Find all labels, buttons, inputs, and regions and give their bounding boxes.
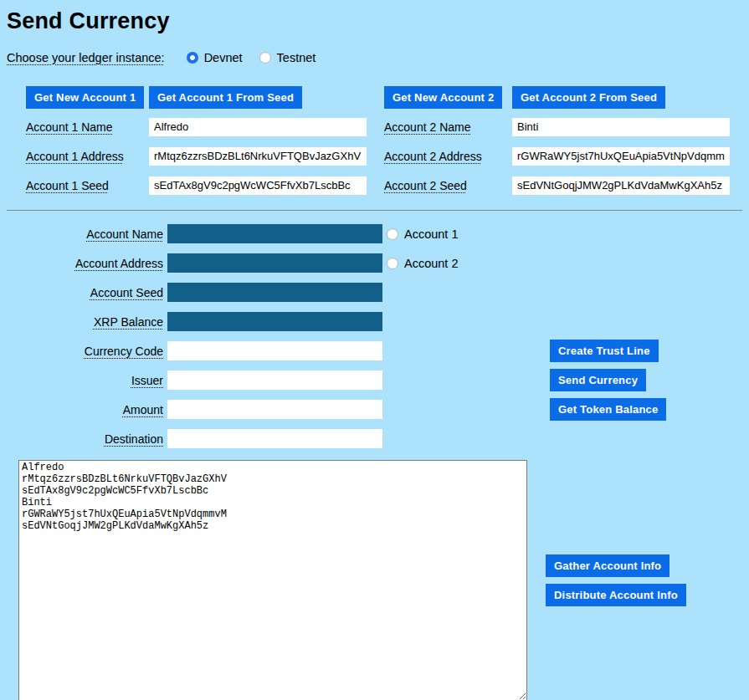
get-new-account1-button[interactable]: Get New Account 1 (26, 86, 144, 109)
get-account2-from-seed-button[interactable]: Get Account 2 From Seed (512, 86, 665, 109)
ledger-instance-label: Choose your ledger instance: (7, 51, 165, 64)
gather-account-info-button[interactable]: Gather Account Info (546, 554, 669, 577)
section-separator (7, 210, 742, 211)
account2-address-label: Account 2 Address (384, 150, 482, 163)
account-name-field[interactable] (167, 224, 382, 243)
account1-name-label: Account 1 Name (26, 120, 113, 134)
create-trust-line-button[interactable]: Create Trust Line (550, 340, 659, 362)
devnet-radio-label: Devnet (204, 51, 243, 64)
testnet-radio-label: Testnet (277, 51, 316, 64)
account1-seed-input[interactable] (149, 176, 367, 195)
page-title: Send Currency (7, 8, 742, 34)
account2-name-label: Account 2 Name (384, 120, 471, 134)
distribute-account-info-button[interactable]: Distribute Account Info (546, 584, 686, 606)
radio-option-account1[interactable]: Account 1 (387, 227, 546, 241)
testnet-radio[interactable] (259, 52, 271, 64)
account-name-label: Account Name (86, 227, 163, 241)
currency-code-input[interactable] (167, 341, 382, 360)
radio-option-account2[interactable]: Account 2 (387, 257, 546, 270)
transaction-section: Account Name Account 1 Account Address A… (7, 219, 742, 453)
account1-address-input[interactable] (149, 147, 367, 166)
currency-code-label: Currency Code (85, 345, 163, 358)
account-address-label: Account Address (75, 257, 163, 270)
issuer-input[interactable] (167, 370, 382, 390)
account1-seed-label: Account 1 Seed (26, 179, 109, 192)
radio-option-testnet[interactable]: Testnet (259, 51, 316, 64)
account2-radio-label: Account 2 (404, 257, 459, 270)
account2-address-input[interactable] (512, 147, 730, 166)
account2-seed-label: Account 2 Seed (384, 179, 467, 192)
destination-label: Destination (105, 432, 163, 446)
xrp-balance-label: XRP Balance (94, 315, 163, 329)
account1-radio[interactable] (387, 228, 398, 240)
account-address-field[interactable] (167, 253, 382, 273)
account-seed-field[interactable] (167, 283, 382, 302)
get-account1-from-seed-button[interactable]: Get Account 1 From Seed (149, 86, 302, 109)
account-seed-label: Account Seed (90, 286, 163, 299)
account2-seed-input[interactable] (512, 176, 730, 195)
get-new-account2-button[interactable]: Get New Account 2 (384, 86, 502, 109)
account2-radio[interactable] (387, 258, 398, 269)
get-token-balance-button[interactable]: Get Token Balance (550, 398, 666, 421)
account1-address-label: Account 1 Address (26, 150, 124, 163)
amount-input[interactable] (167, 400, 382, 419)
account2-name-input[interactable] (512, 118, 730, 136)
send-currency-button[interactable]: Send Currency (550, 369, 646, 391)
ledger-instance-row: Choose your ledger instance: Devnet Test… (7, 51, 742, 64)
results-section: Alfredo rMtqz6zzrsBDzBLt6NrkuVFTQBvJazGX… (18, 460, 742, 700)
results-buttons: Gather Account Info Distribute Account I… (546, 460, 686, 700)
issuer-label: Issuer (131, 374, 163, 387)
account-info-textarea[interactable]: Alfredo rMtqz6zzrsBDzBLt6NrkuVFTQBvJazGX… (18, 460, 527, 700)
amount-label: Amount (123, 403, 163, 416)
radio-option-devnet[interactable]: Devnet (187, 51, 243, 64)
destination-input[interactable] (167, 429, 382, 448)
xrp-balance-field[interactable] (167, 312, 382, 331)
account1-name-input[interactable] (149, 118, 367, 136)
accounts-section: Get New Account 1 Get Account 1 From See… (26, 83, 742, 200)
account1-radio-label: Account 1 (404, 227, 459, 241)
devnet-radio[interactable] (187, 52, 198, 64)
